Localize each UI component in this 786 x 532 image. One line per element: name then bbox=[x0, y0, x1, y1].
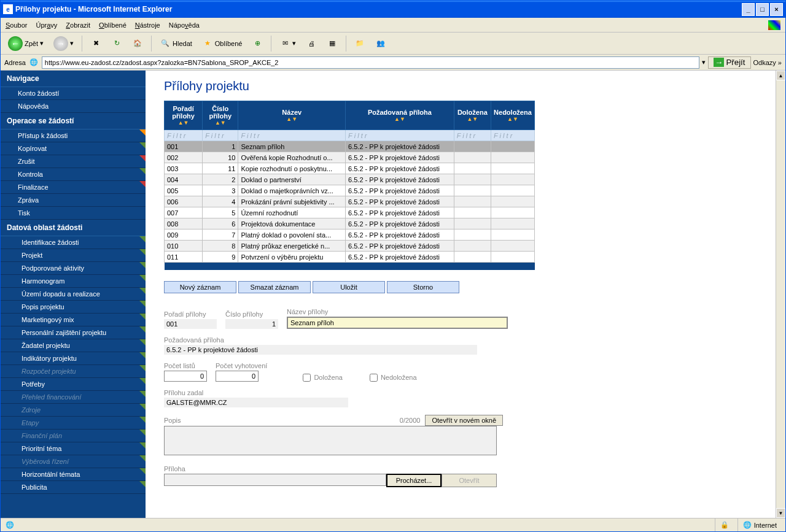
table-row[interactable]: 0075Územní rozhodnutí6.5.2 - PP k projek… bbox=[165, 207, 535, 218]
sidebar-item[interactable]: Zrušit bbox=[1, 155, 146, 168]
attachments-table: Pořadí přílohy▲▼ Číslo přílohy▲▼ Název▲▼… bbox=[164, 101, 535, 270]
menu-napoveda[interactable]: Nápověda bbox=[169, 21, 200, 29]
search-button[interactable]: 🔍Hledat bbox=[156, 36, 196, 52]
col-poradi[interactable]: Pořadí přílohy▲▼ bbox=[165, 101, 203, 130]
menubar: Soubor Úpravy Zobrazit Oblíbené Nástroje… bbox=[1, 18, 785, 33]
filter-dol[interactable]: F i l t r bbox=[454, 130, 491, 141]
sidebar-item[interactable]: Výběrová řízení bbox=[1, 455, 146, 468]
filter-poz[interactable]: F i l t r bbox=[346, 130, 454, 141]
sidebar-item[interactable]: Území dopadu a realizace bbox=[1, 288, 146, 301]
scroll-up-icon[interactable]: ▲ bbox=[776, 71, 785, 80]
go-button[interactable]: →Přejít bbox=[708, 56, 750, 69]
table-row[interactable]: 0011Seznam příloh6.5.2 - PP k projektové… bbox=[165, 141, 535, 152]
address-label: Adresa bbox=[4, 59, 26, 66]
links-label[interactable]: Odkazy » bbox=[753, 59, 782, 66]
col-nazev[interactable]: Název▲▼ bbox=[238, 101, 346, 130]
forward-button[interactable]: → ▾ bbox=[50, 34, 77, 53]
sidebar-item[interactable]: Finanční plán bbox=[1, 430, 146, 442]
table-row[interactable]: 0053Doklad o majetkoprávních vz...6.5.2 … bbox=[165, 185, 535, 196]
listu-input[interactable] bbox=[164, 371, 207, 382]
dolozena-checkbox[interactable]: Doložena bbox=[303, 374, 342, 382]
sidebar-item[interactable]: Žadatel projektu bbox=[1, 339, 146, 352]
sidebar-item[interactable]: Podporované aktivity bbox=[1, 262, 146, 275]
cislo-label: Číslo přílohy bbox=[225, 310, 278, 318]
priloha-input[interactable] bbox=[164, 474, 386, 486]
table-row[interactable]: 0042Doklad o partnerství6.5.2 - PP k pro… bbox=[165, 174, 535, 185]
table-row[interactable]: 0108Platný průkaz energetické n...6.5.2 … bbox=[165, 241, 535, 252]
menu-nastroje[interactable]: Nástroje bbox=[135, 21, 160, 29]
table-row[interactable]: 00210Ověřená kopie Rozhodnutí o...6.5.2 … bbox=[165, 152, 535, 163]
vyhot-input[interactable] bbox=[216, 371, 259, 382]
nazev-input[interactable] bbox=[287, 317, 508, 329]
scroll-down-icon[interactable]: ▼ bbox=[776, 508, 785, 518]
home-button[interactable]: 🏠 bbox=[128, 36, 147, 52]
minimize-button[interactable]: _ bbox=[742, 3, 755, 16]
sidebar-item[interactable]: Popis projektu bbox=[1, 301, 146, 314]
sidebar-item[interactable]: Projekt bbox=[1, 249, 146, 262]
refresh-button[interactable]: ↻ bbox=[107, 36, 126, 52]
address-dropdown[interactable]: ▾ bbox=[702, 58, 706, 66]
close-button[interactable]: × bbox=[770, 3, 783, 16]
table-row[interactable]: 0119Potvrzení o výběru projektu6.5.2 - P… bbox=[165, 252, 535, 263]
sidebar-header: Operace se žádostí bbox=[1, 113, 146, 129]
col-pozadovana[interactable]: Požadovaná příloha▲▼ bbox=[346, 101, 454, 130]
sidebar-item[interactable]: Kopírovat bbox=[1, 142, 146, 155]
edit-button[interactable]: ▦ bbox=[323, 36, 341, 52]
col-cislo[interactable]: Číslo přílohy▲▼ bbox=[203, 101, 238, 130]
sidebar-item[interactable]: Harmonogram bbox=[1, 275, 146, 288]
sidebar-item[interactable]: Prioritní téma bbox=[1, 442, 146, 455]
stop-button[interactable]: ✖ bbox=[87, 36, 105, 52]
menu-oblibene[interactable]: Oblíbené bbox=[99, 21, 126, 29]
messenger-button[interactable]: 👥 bbox=[372, 36, 390, 52]
history-button[interactable]: ⊕ bbox=[248, 36, 267, 52]
sidebar-item[interactable]: Nápověda bbox=[1, 100, 146, 113]
popis-textarea[interactable] bbox=[164, 426, 497, 455]
delete-record-button[interactable]: Smazat záznam bbox=[238, 281, 311, 293]
print-button[interactable]: 🖨 bbox=[302, 36, 321, 52]
sidebar-item[interactable]: Přístup k žádosti bbox=[1, 129, 146, 142]
maximize-button[interactable]: □ bbox=[756, 3, 769, 16]
sidebar-item[interactable]: Konto žádostí bbox=[1, 87, 146, 100]
table-row[interactable]: 0097Platný doklad o povolení sta...6.5.2… bbox=[165, 229, 535, 241]
main-content: Přílohy projektu Pořadí přílohy▲▼ Číslo … bbox=[146, 71, 776, 518]
sidebar-item[interactable]: Rozpočet projektu bbox=[1, 365, 146, 378]
sidebar-item[interactable]: Publicita bbox=[1, 481, 146, 494]
filter-nedol[interactable]: F i l t r bbox=[491, 130, 534, 141]
col-dolozena[interactable]: Doložena▲▼ bbox=[454, 101, 491, 130]
back-button[interactable]: ←Zpět ▾ bbox=[4, 34, 47, 53]
table-row[interactable]: 00311Kopie rozhodnutí o poskytnu...6.5.2… bbox=[165, 163, 535, 174]
table-row[interactable]: 0064Prokázání právní subjektivity ...6.5… bbox=[165, 196, 535, 207]
col-nedolozena[interactable]: Nedoložena▲▼ bbox=[491, 101, 534, 130]
nedolozena-checkbox[interactable]: Nedoložena bbox=[370, 374, 417, 382]
sidebar-item[interactable]: Marketingový mix bbox=[1, 314, 146, 326]
menu-upravy[interactable]: Úpravy bbox=[36, 21, 57, 29]
cancel-button[interactable]: Storno bbox=[387, 281, 459, 293]
sidebar-item[interactable]: Personální zajištění projektu bbox=[1, 326, 146, 339]
sidebar-item[interactable]: Tisk bbox=[1, 207, 146, 220]
new-record-button[interactable]: Nový záznam bbox=[164, 281, 236, 293]
sidebar-item[interactable]: Kontrola bbox=[1, 168, 146, 181]
mail-button[interactable]: ✉ ▾ bbox=[276, 36, 300, 52]
vertical-scrollbar[interactable]: ▲ ▼ bbox=[776, 71, 785, 518]
address-input[interactable] bbox=[42, 56, 699, 69]
sidebar-item[interactable]: Etapy bbox=[1, 417, 146, 430]
folder-button[interactable]: 📁 bbox=[351, 36, 369, 52]
sidebar-item[interactable]: Horizontální témata bbox=[1, 468, 146, 481]
filter-poradi[interactable]: F i l t r bbox=[165, 130, 203, 141]
open-new-window-button[interactable]: Otevřít v novém okně bbox=[425, 415, 503, 426]
save-button[interactable]: Uložit bbox=[313, 281, 385, 293]
favorites-button[interactable]: ★Oblíbené bbox=[198, 36, 246, 52]
sidebar-item[interactable]: Identifikace žádosti bbox=[1, 236, 146, 249]
sidebar-item[interactable]: Zpráva bbox=[1, 194, 146, 207]
sidebar-item[interactable]: Finalizace bbox=[1, 181, 146, 194]
filter-nazev[interactable]: F i l t r bbox=[238, 130, 346, 141]
sidebar-item[interactable]: Zdroje bbox=[1, 404, 146, 417]
table-row[interactable]: 0086Projektová dokumentace6.5.2 - PP k p… bbox=[165, 218, 535, 229]
sidebar-item[interactable]: Potřeby bbox=[1, 378, 146, 391]
browse-button[interactable]: Procházet... bbox=[386, 474, 442, 487]
menu-zobrazit[interactable]: Zobrazit bbox=[66, 21, 90, 29]
sidebar-item[interactable]: Přehled financování bbox=[1, 391, 146, 404]
menu-soubor[interactable]: Soubor bbox=[6, 21, 27, 29]
filter-cislo[interactable]: F i l t r bbox=[203, 130, 238, 141]
sidebar-item[interactable]: Indikátory projektu bbox=[1, 352, 146, 365]
